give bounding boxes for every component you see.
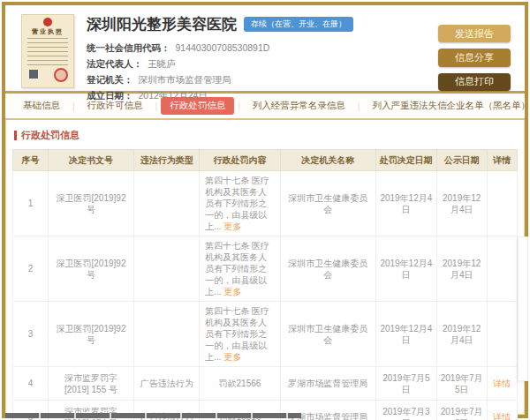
cell-decision-date: 2019年12月4日 xyxy=(376,236,437,302)
penalty-table: 序号决定书文号违法行为类型行政处罚内容决定机关名称处罚决定日期公示日期详情 1深… xyxy=(12,149,518,420)
cell-publish-date: 2019年12月4日 xyxy=(436,236,487,302)
cell-violation-type xyxy=(134,171,200,236)
tab-divider: | xyxy=(72,101,75,111)
detail-link[interactable]: 详情 xyxy=(493,379,511,388)
field-value: 2012年12月24日 xyxy=(139,90,208,101)
license-text-lines xyxy=(27,38,68,66)
company-header: 营业执照 深圳阳光整形美容医院 存续（在营、开业、在册） 统一社会信用代码：91… xyxy=(5,5,525,94)
field-label: 法定代表人： xyxy=(87,58,142,69)
qr-code xyxy=(27,68,40,80)
cell-doc-no: 深卫医罚[2019]92号 xyxy=(48,302,133,367)
field-label: 登记机关： xyxy=(87,74,133,85)
company-info: 深圳阳光整形美容医院 存续（在营、开业、在册） 统一社会信用代码：9144030… xyxy=(74,12,438,91)
floating-side-panel xyxy=(518,236,528,381)
cell-authority: 深圳市卫生健康委员会 xyxy=(280,236,375,302)
cell-detail: 详情 xyxy=(487,401,517,420)
cell-doc-no: 深卫医罚[2019]92号 xyxy=(48,171,133,236)
cell-decision-date: 2019年12月4日 xyxy=(376,302,437,367)
header-action-button-1[interactable]: 信息分享 xyxy=(438,49,511,66)
cell-decision-date: 2019年12月4日 xyxy=(376,171,437,236)
column-header-7: 详情 xyxy=(487,150,517,171)
cell-no: 1 xyxy=(13,171,49,236)
company-field-0: 统一社会信用代码：91440300708530891D xyxy=(87,40,438,56)
header-action-button-2[interactable]: 信息打印 xyxy=(438,73,511,91)
cell-penalty-content: 罚款21566 xyxy=(200,367,280,401)
column-header-0: 序号 xyxy=(13,150,49,171)
more-link[interactable]: 更多 xyxy=(223,221,241,231)
table-row-4: 4深市监罗罚字 [2019] 155 号广告违法行为罚款21566罗湖市场监督管… xyxy=(13,367,518,401)
cell-decision-date: 2019年7月3日 xyxy=(376,401,437,420)
cell-no: 4 xyxy=(13,367,49,401)
background-window-edge xyxy=(5,413,301,418)
field-value: 深圳市市场监督管理局 xyxy=(139,74,231,85)
cell-publish-date: 2019年12月4日 xyxy=(436,171,487,236)
cell-no: 3 xyxy=(13,302,49,367)
column-header-2: 违法行为类型 xyxy=(134,150,200,171)
detail-link[interactable]: 详情 xyxy=(493,412,511,420)
red-seal-icon xyxy=(54,68,68,82)
penalty-section: 行政处罚信息 序号决定书文号违法行为类型行政处罚内容决定机关名称处罚决定日期公示… xyxy=(5,120,525,420)
business-license-image: 营业执照 xyxy=(21,14,74,88)
table-header-row: 序号决定书文号违法行为类型行政处罚内容决定机关名称处罚决定日期公示日期详情 xyxy=(13,150,518,171)
cell-violation-type xyxy=(134,236,200,302)
column-header-5: 处罚决定日期 xyxy=(376,150,437,171)
cell-publish-date: 2019年12月4日 xyxy=(436,302,487,367)
more-link[interactable]: 更多 xyxy=(223,287,241,296)
table-row-3: 3深卫医罚[2019]92号第四十七条 医疗机构及其医务人员有下列情形之一的，由… xyxy=(13,302,518,367)
company-field-2: 登记机关：深圳市市场监督管理局 xyxy=(87,71,438,87)
column-header-3: 行政处罚内容 xyxy=(200,150,280,171)
table-body: 1深卫医罚[2019]92号第四十七条 医疗机构及其医务人员有下列情形之一的，由… xyxy=(13,171,518,420)
cell-no: 2 xyxy=(13,236,49,302)
cell-authority: 深圳市卫生健康委员会 xyxy=(280,302,375,367)
tab-0[interactable]: 基础信息 xyxy=(14,97,69,115)
national-emblem-icon xyxy=(43,18,52,26)
more-link[interactable]: 更多 xyxy=(223,352,241,362)
cell-violation-type xyxy=(134,302,200,367)
cell-detail: 详情 xyxy=(487,367,517,401)
cell-doc-no: 深市监罗罚字 [2019] 155 号 xyxy=(48,367,133,401)
cell-publish-date: 2019年7月3日 xyxy=(436,401,487,420)
field-label: 成立日期： xyxy=(87,90,133,101)
cell-authority: 深圳市卫生健康委员会 xyxy=(280,171,375,236)
column-header-1: 决定书文号 xyxy=(48,150,133,171)
company-fields: 统一社会信用代码：91440300708530891D法定代表人：王晓庐登记机关… xyxy=(87,40,438,103)
cell-doc-no: 深卫医罚[2019]92号 xyxy=(48,236,133,302)
cell-decision-date: 2019年7月5日 xyxy=(376,367,437,401)
field-value: 王晓庐 xyxy=(148,58,176,69)
cell-violation-type: 广告违法行为 xyxy=(134,367,200,401)
company-field-1: 法定代表人：王晓庐 xyxy=(87,56,438,71)
company-field-3: 成立日期：2012年12月24日 xyxy=(87,87,438,103)
table-row-2: 2深卫医罚[2019]92号第四十七条 医疗机构及其医务人员有下列情形之一的，由… xyxy=(13,236,518,302)
status-badge: 存续（在营、开业、在册） xyxy=(244,17,353,32)
cell-detail xyxy=(487,302,517,367)
cell-penalty-content: 第四十七条 医疗机构及其医务人员有下列情形之一的，由县级以上... 更多 xyxy=(200,302,280,367)
business-license-title: 营业执照 xyxy=(22,27,73,36)
penalty-content-text: 罚款21566 xyxy=(219,379,261,388)
column-header-6: 公示日期 xyxy=(436,150,487,171)
cell-authority: 罗湖市场监督管理局 xyxy=(280,367,375,401)
header-action-button-0[interactable]: 发送报告 xyxy=(438,25,511,42)
column-header-4: 决定机关名称 xyxy=(280,150,375,171)
cell-detail xyxy=(487,171,517,236)
company-name: 深圳阳光整形美容医院 xyxy=(87,14,237,34)
cell-penalty-content: 第四十七条 医疗机构及其医务人员有下列情形之一的，由县级以上... 更多 xyxy=(200,171,280,236)
section-title-bar xyxy=(14,131,17,140)
table-row-1: 1深卫医罚[2019]92号第四十七条 医疗机构及其医务人员有下列情形之一的，由… xyxy=(13,171,518,236)
field-label: 统一社会信用代码： xyxy=(87,42,170,53)
section-title: 行政处罚信息 xyxy=(21,129,80,142)
cell-publish-date: 2019年7月5日 xyxy=(436,367,487,401)
header-actions: 发送报告信息分享信息打印 xyxy=(438,12,516,91)
company-profile-page: 营业执照 深圳阳光整形美容医院 存续（在营、开业、在册） 统一社会信用代码：91… xyxy=(2,2,528,418)
cell-penalty-content: 第四十七条 医疗机构及其医务人员有下列情形之一的，由县级以上... 更多 xyxy=(200,236,280,302)
field-value: 91440300708530891D xyxy=(176,42,270,53)
cell-detail xyxy=(487,236,517,302)
